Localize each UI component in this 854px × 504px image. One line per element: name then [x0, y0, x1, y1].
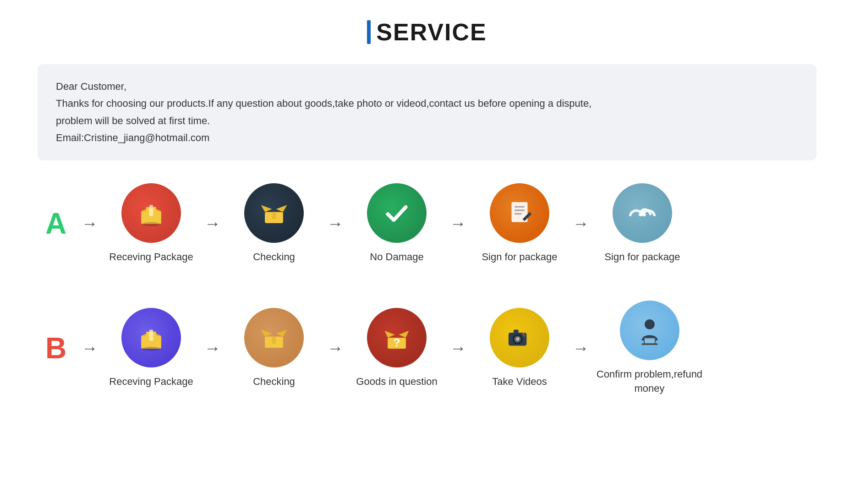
arrow-b1: → [197, 339, 228, 358]
step-label-receiving-a: Receving Package [109, 250, 193, 264]
svg-point-11 [640, 211, 645, 216]
svg-point-15 [142, 346, 160, 351]
step-label-checking-b: Checking [253, 375, 295, 389]
step-video: Take Videos [474, 308, 565, 389]
row-label-a: A [38, 207, 74, 241]
info-box: Dear Customer, Thanks for choosing our p… [38, 64, 816, 160]
svg-rect-9 [515, 209, 525, 211]
step-receiving-b: Receving Package [105, 308, 197, 389]
icon-checking-b [244, 308, 304, 367]
svg-point-29 [523, 333, 525, 334]
page-title-section: SERVICE [367, 18, 487, 46]
step-label-checking-a: Checking [253, 250, 295, 264]
step-checking-b: Checking [228, 308, 320, 389]
step-label-nodamage: No Damage [370, 250, 423, 264]
arrow-a1: → [197, 214, 228, 233]
svg-text:?: ? [394, 336, 400, 348]
title-accent-bar [367, 20, 371, 44]
step-refund: Confirm problem,refundmoney [597, 301, 702, 396]
svg-point-30 [645, 319, 655, 329]
arrow-a0: → [74, 214, 105, 233]
icon-question: ? [367, 308, 427, 367]
step-label-sign2: Sign for package [604, 250, 680, 264]
info-line3: problem will be solved at first time. [56, 112, 798, 129]
info-line4: Email:Cristine_jiang@hotmail.com [56, 129, 798, 146]
step-label-question: Goods in question [356, 375, 437, 389]
svg-rect-33 [641, 344, 657, 345]
step-checking-a: Checking [228, 183, 320, 264]
step-nodamage: No Damage [351, 183, 443, 264]
arrow-b4: → [565, 339, 597, 358]
icon-refund [620, 301, 679, 360]
svg-rect-2 [149, 205, 153, 216]
info-line2: Thanks for choosing our products.If any … [56, 95, 798, 112]
svg-rect-18 [272, 337, 276, 344]
flow-section-a: A → Receving Package → [38, 183, 816, 274]
step-label-refund: Confirm problem,refundmoney [597, 367, 702, 396]
svg-rect-14 [149, 329, 153, 340]
icon-receiving-a [121, 183, 181, 243]
svg-point-26 [518, 337, 519, 339]
svg-rect-28 [523, 334, 526, 336]
step-label-sign1: Sign for package [482, 250, 557, 264]
arrow-b3: → [443, 339, 474, 358]
svg-point-3 [142, 222, 160, 226]
svg-rect-10 [515, 213, 521, 214]
svg-rect-8 [515, 206, 525, 207]
flow-section-b: B → Receving Package → [38, 301, 816, 405]
step-label-receiving-b: Receving Package [109, 375, 193, 389]
flow-row-b: B → Receving Package → [38, 301, 816, 396]
arrow-a2: → [320, 214, 351, 233]
step-receiving-a: Receving Package [105, 183, 197, 264]
info-line1: Dear Customer, [56, 78, 798, 95]
arrow-a3: → [443, 214, 474, 233]
icon-checking-a [244, 183, 304, 243]
icon-video [490, 308, 549, 367]
icon-receiving-b [121, 308, 181, 367]
icon-sign1 [490, 183, 549, 243]
page-title: SERVICE [376, 18, 487, 46]
svg-rect-6 [272, 212, 276, 219]
svg-rect-27 [514, 329, 519, 334]
step-question: ? Goods in question [351, 308, 443, 389]
row-label-b: B [38, 331, 74, 365]
flow-row-a: A → Receving Package → [38, 183, 816, 264]
icon-nodamage [367, 183, 427, 243]
step-sign1: Sign for package [474, 183, 565, 264]
arrow-b0: → [74, 339, 105, 358]
step-sign2: Sign for package [597, 183, 688, 264]
arrow-a4: → [565, 214, 597, 233]
icon-sign2 [613, 183, 672, 243]
svg-rect-32 [645, 339, 655, 344]
step-label-video: Take Videos [492, 375, 547, 389]
arrow-b2: → [320, 339, 351, 358]
